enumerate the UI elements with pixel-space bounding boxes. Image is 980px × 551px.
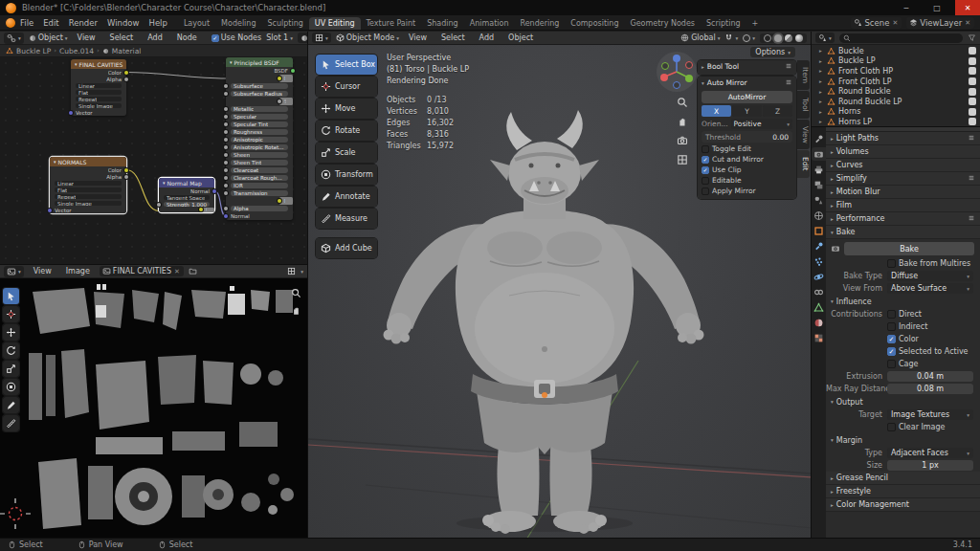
menu-view[interactable]: View [29, 267, 56, 276]
node-enum-field[interactable]: Repeat [76, 97, 122, 102]
outliner-item-buckle[interactable]: ▸Buckle [812, 46, 980, 56]
camera-view-toggle[interactable] [677, 135, 688, 148]
color-swatch[interactable] [287, 77, 288, 81]
unlink-icon[interactable]: ✕ [891, 19, 899, 27]
disclosure-icon[interactable]: ▸ [819, 68, 824, 74]
panel-menu-icon[interactable] [968, 174, 975, 184]
menu-view[interactable]: View [73, 33, 100, 42]
maximize-button[interactable]: □ [924, 0, 949, 15]
use-clip-checkbox[interactable]: ✓Use Clip [702, 165, 792, 174]
cage-checkbox[interactable] [887, 360, 896, 368]
disclosure-icon[interactable]: ▸ [819, 78, 824, 84]
uv-tool-annotate[interactable] [3, 397, 19, 413]
node-normal-map[interactable]: ▾Normal MapNormalTangent SpaceStrength1.… [159, 178, 214, 212]
uv-tool-rotate[interactable] [3, 342, 19, 359]
workspace-tab-shading[interactable]: Shading [421, 17, 464, 30]
panel-bake[interactable]: ▾Bake [826, 226, 980, 239]
menu-help[interactable]: Help [144, 18, 171, 28]
mode-dropdown[interactable]: Object Mode▾ [336, 33, 399, 42]
node-slider[interactable]: Anisotropic [231, 137, 288, 143]
menu-node[interactable]: Node [172, 33, 202, 42]
node-slider[interactable]: Sheen Tint [231, 160, 288, 165]
node-final-cavities[interactable]: ▾FINAL CAVITIESColorAlphaLinearFlatRepea… [71, 59, 126, 116]
output-socket[interactable] [124, 77, 128, 81]
pan-tool[interactable] [291, 305, 301, 318]
workspace-tab-compositing[interactable]: Compositing [565, 17, 624, 30]
outliner-item-buckle-lp[interactable]: ▸Buckle LP [812, 56, 980, 67]
viewlayer-checkbox[interactable] [969, 88, 976, 96]
node-enum-field[interactable]: Linear [55, 181, 122, 187]
input-socket[interactable] [224, 168, 228, 172]
slot-dropdown[interactable]: Slot 1▾ [266, 33, 293, 42]
workspace-tab-geometry-nodes[interactable]: Geometry Nodes [625, 17, 701, 30]
properties-tab-tool[interactable] [812, 132, 826, 145]
panel-menu-icon[interactable] [968, 134, 975, 143]
panel-simplify[interactable]: ▸Simplify [826, 172, 980, 186]
node-enum-field[interactable]: Single Image [55, 201, 122, 207]
disclosure-icon[interactable]: ▸ [819, 58, 824, 64]
panel-grease-pencil[interactable]: ▸Grease Pencil [826, 472, 980, 485]
panel-volumes[interactable]: ▸Volumes [826, 145, 980, 159]
display-mode-dropdown[interactable]: ▾ [815, 33, 835, 43]
breadcrumb-mesh[interactable]: Cube.014 [59, 47, 94, 55]
node-slider[interactable]: Clearcoat Roughness [231, 175, 288, 181]
disclosure-icon[interactable]: ▸ [819, 99, 824, 104]
workspace-tab-texture-paint[interactable]: Texture Paint [361, 17, 422, 30]
workspace-tab-sculpting[interactable]: Sculpting [261, 17, 308, 30]
properties-tab-modifiers[interactable] [812, 239, 826, 253]
properties-tab-viewlayer[interactable] [812, 178, 826, 191]
close-button[interactable]: ✕ [955, 0, 980, 15]
breadcrumb-material[interactable]: Material [112, 47, 141, 55]
shader-type-dropdown[interactable]: Object▾ [29, 33, 68, 42]
node-enum-field[interactable]: Linear [76, 83, 122, 89]
axis-x-button[interactable]: X [702, 105, 731, 117]
panel-performance[interactable]: ▸Performance [826, 212, 980, 226]
collapse-icon[interactable]: ▾ [75, 61, 78, 67]
uv-tool-measure[interactable] [3, 415, 19, 431]
menu-edit[interactable]: Edit [38, 18, 63, 28]
properties-tab-object[interactable] [812, 224, 826, 237]
folder-icon[interactable] [189, 267, 197, 276]
viewlayer-checkbox[interactable] [969, 98, 976, 105]
outliner-item-horns[interactable]: ▸Horns [812, 107, 980, 118]
outliner-item-front-cloth-hp[interactable]: ▸Front Cloth HP [812, 66, 980, 77]
properties-tab-material[interactable] [812, 316, 826, 329]
shading-material-button[interactable] [785, 34, 792, 42]
menu-select[interactable]: Select [436, 33, 470, 42]
viewport-canvas[interactable]: Select BoxCursorMoveRotateScaleTransform… [308, 45, 811, 538]
workspace-tab-scripting[interactable]: Scripting [701, 17, 746, 30]
max-ray-distance-field[interactable]: 0.08 m [887, 384, 973, 394]
outliner-item-round-buckle[interactable]: ▸Round Buckle [812, 86, 980, 97]
input-socket[interactable] [224, 84, 228, 88]
uv-tool-cursor[interactable] [3, 288, 19, 304]
input-socket[interactable] [48, 209, 52, 212]
threshold-field[interactable]: Threshold0.00 [702, 131, 792, 143]
disclosure-icon[interactable]: ▸ [819, 48, 824, 54]
node-principled-bsdf[interactable]: ▾Principled BSDFBSDFBase ColorSubsurface… [226, 57, 293, 220]
color-swatch[interactable] [209, 208, 210, 212]
node-enum-field[interactable]: Flat [76, 90, 122, 96]
input-socket[interactable] [224, 153, 228, 157]
panel-menu-icon[interactable] [968, 214, 975, 224]
menu-file[interactable]: File [15, 18, 38, 28]
panel-header[interactable]: ▸Bool Tool [698, 60, 796, 73]
panel-light-paths[interactable]: ▸Light Paths [826, 132, 980, 145]
gridp-icon[interactable] [287, 267, 296, 276]
panel-curves[interactable]: ▸Curves [826, 159, 980, 172]
transform-orientation-dropdown[interactable]: Global▾ [680, 33, 720, 42]
input-socket[interactable] [224, 138, 228, 142]
subpanel-influence[interactable]: ▾Influence [826, 295, 980, 308]
disclosure-icon[interactable]: ▸ [819, 109, 824, 115]
disclosure-icon[interactable]: ▸ [819, 89, 824, 95]
outliner-item-front-cloth-lp[interactable]: ▸Front Cloth LP [812, 77, 980, 87]
viewlayer-checkbox[interactable] [969, 47, 976, 55]
editor-type-button[interactable]: ▾ [312, 33, 331, 43]
outliner-item-round-buckle-lp[interactable]: ▸Round Buckle LP [812, 97, 980, 107]
tool-scale[interactable]: Scale [316, 143, 377, 163]
zoom-tool[interactable] [677, 97, 688, 110]
proportional-editing-toggle[interactable]: ▾ [743, 34, 755, 42]
input-socket[interactable] [224, 92, 228, 96]
editor-type-button[interactable]: ▾ [4, 266, 24, 277]
toggle-edit-checkbox[interactable]: Toggle Edit [702, 144, 792, 153]
selected-to-active-checkbox[interactable]: ✓ [887, 347, 896, 356]
